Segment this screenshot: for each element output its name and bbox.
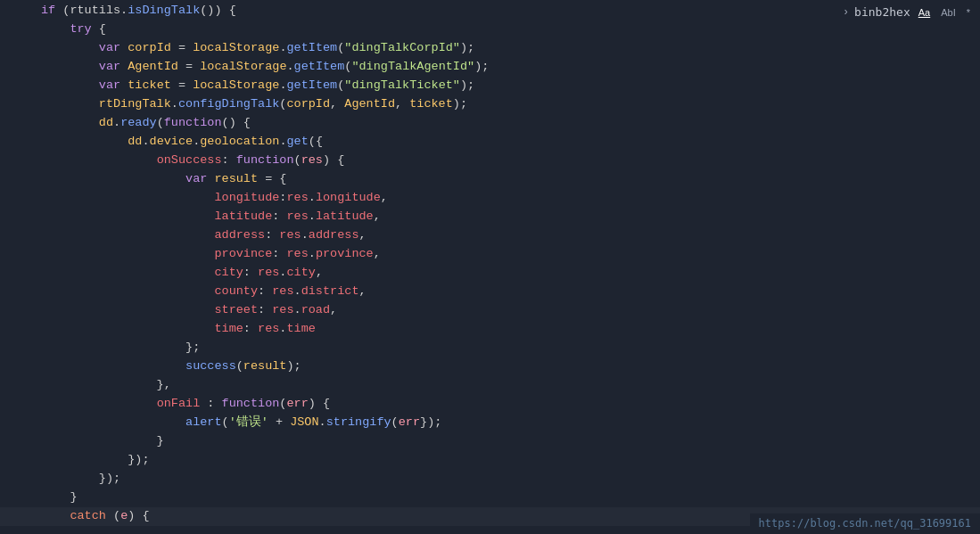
line-content: });	[37, 470, 980, 489]
table-row: if (rtutils.isDingTalk()) {	[0, 2, 980, 21]
line-content: },	[37, 376, 980, 395]
line-content: }	[37, 489, 980, 507]
table-row: longitude:res.longitude,	[0, 189, 980, 208]
line-content: city: res.city,	[37, 264, 980, 283]
line-content: province: res.province,	[37, 245, 980, 264]
table-row: onFail : function(err) {	[0, 395, 980, 414]
line-content: rtDingTalk.configDingTalk(corpId, AgentI…	[37, 95, 980, 114]
line-content: dd.device.geolocation.get({	[37, 133, 980, 152]
line-content: var result = {	[37, 170, 980, 189]
table-row: dd.device.geolocation.get({	[0, 133, 980, 152]
table-row: try {	[0, 21, 980, 39]
line-content: var corpId = localStorage.getItem("dingT…	[37, 39, 980, 58]
top-bar-title: binb2hex	[854, 4, 910, 21]
line-content: dd.ready(function() {	[37, 114, 980, 133]
table-row: success(result);	[0, 357, 980, 376]
line-content: time: res.time	[37, 320, 980, 339]
table-row: var AgentId = localStorage.getItem("ding…	[0, 58, 980, 77]
line-content: });	[37, 451, 980, 470]
line-content: longitude:res.longitude,	[37, 189, 980, 208]
table-row: time: res.time	[0, 320, 980, 339]
table-row: province: res.province,	[0, 245, 980, 264]
table-row: rtDingTalk.configDingTalk(corpId, AgentI…	[0, 95, 980, 114]
chevron-icon: ›	[843, 4, 849, 21]
line-content: var AgentId = localStorage.getItem("ding…	[37, 58, 980, 77]
aa-button[interactable]: Aa	[916, 6, 933, 19]
bottom-url: https://blog.csdn.net/qq_31699161	[750, 513, 980, 534]
table-row: });	[0, 470, 980, 489]
table-row: city: res.city,	[0, 264, 980, 283]
table-row: var result = {	[0, 170, 980, 189]
line-content: alert('错误' + JSON.stringify(err});	[37, 414, 980, 432]
line-content: };	[37, 339, 980, 357]
table-row: alert('错误' + JSON.stringify(err});	[0, 414, 980, 432]
table-row: },	[0, 376, 980, 395]
table-row: street: res.road,	[0, 301, 980, 320]
code-area: if (rtutils.isDingTalk()) { try { var co…	[0, 0, 980, 534]
table-row: onSuccess: function(res) {	[0, 152, 980, 170]
table-row: var ticket = localStorage.getItem("dingT…	[0, 77, 980, 95]
line-content: var ticket = localStorage.getItem("dingT…	[37, 77, 980, 95]
line-content: address: res.address,	[37, 226, 980, 245]
line-content: onSuccess: function(res) {	[37, 152, 980, 170]
star-button[interactable]: *	[964, 6, 973, 19]
line-content: latitude: res.latitude,	[37, 208, 980, 226]
table-row: latitude: res.latitude,	[0, 208, 980, 226]
table-row: address: res.address,	[0, 226, 980, 245]
table-row: dd.ready(function() {	[0, 114, 980, 133]
table-row: });	[0, 451, 980, 470]
line-content: }	[37, 432, 980, 451]
table-row: }	[0, 489, 980, 507]
top-bar: › binb2hex Aa AbI *	[836, 0, 980, 25]
code-editor: › binb2hex Aa AbI * if (rtutils.isDingTa…	[0, 0, 980, 534]
table-row: county: res.district,	[0, 283, 980, 301]
line-content: county: res.district,	[37, 283, 980, 301]
line-content: success(result);	[37, 357, 980, 376]
table-row: };	[0, 339, 980, 357]
table-row: var corpId = localStorage.getItem("dingT…	[0, 39, 980, 58]
line-content: onFail : function(err) {	[37, 395, 980, 414]
line-content: street: res.road,	[37, 301, 980, 320]
table-row: }	[0, 432, 980, 451]
abl-button[interactable]: AbI	[938, 6, 959, 19]
